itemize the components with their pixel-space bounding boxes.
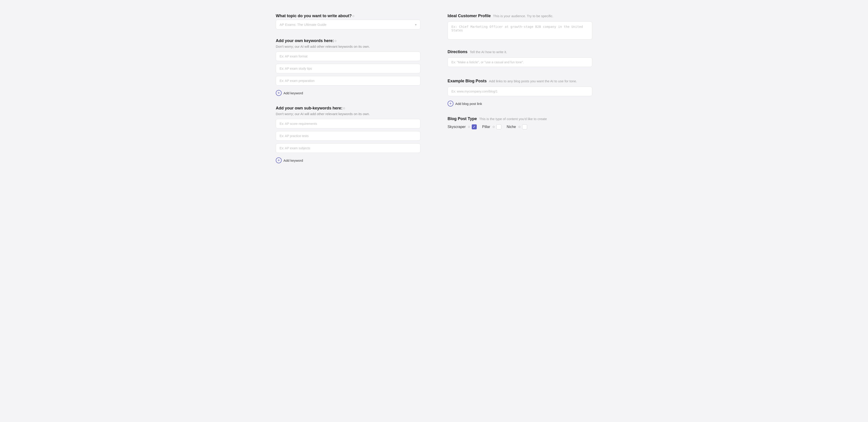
ideal-customer-title: Ideal Customer Profile	[447, 13, 491, 18]
niche-label: Niche	[507, 125, 516, 129]
example-posts-title: Example Blog Posts	[447, 79, 487, 84]
keywords-title: Add your own keywords here:	[276, 38, 421, 43]
blog-post-type-options: Skyscraper Pillar Niche	[447, 124, 592, 129]
blog-post-type-header: Blog Post Type This is the type of conte…	[447, 117, 592, 121]
add-sub-keyword-label: Add keyword	[283, 158, 303, 162]
add-keyword-label: Add keyword	[283, 91, 303, 95]
ideal-customer-input[interactable]	[447, 22, 592, 39]
ideal-customer-subtitle: This is your audience. Try to be specifi…	[493, 14, 553, 18]
plus-circle-icon: +	[276, 90, 282, 96]
add-sub-keyword-button[interactable]: + Add keyword	[276, 156, 303, 164]
ideal-customer-header: Ideal Customer Profile This is your audi…	[447, 13, 592, 18]
keywords-subtitle: Don't worry; our AI will add other relev…	[276, 44, 421, 49]
niche-option[interactable]: Niche	[507, 124, 527, 129]
example-posts-header: Example Blog Posts Add links to any blog…	[447, 79, 592, 84]
add-blog-post-button[interactable]: + Add blog post link	[447, 100, 482, 108]
plus-circle-icon-sub: +	[276, 157, 282, 163]
topic-info-dot	[352, 15, 354, 17]
blog-post-type-title: Blog Post Type	[447, 117, 477, 121]
skyscraper-option[interactable]: Skyscraper	[447, 124, 477, 129]
pillar-checkbox[interactable]	[496, 124, 501, 129]
sub-keyword-input-1[interactable]	[276, 119, 421, 128]
skyscraper-label: Skyscraper	[447, 125, 466, 129]
blog-post-link-input[interactable]	[447, 87, 592, 96]
keyword-input-2[interactable]	[276, 64, 421, 73]
sub-keywords-title: Add your own sub-keywords here:	[276, 106, 421, 111]
skyscraper-info-dot	[468, 126, 470, 128]
topic-dropdown-value: AP Exams: The Ultimate Guide	[280, 23, 327, 27]
add-blog-post-label: Add blog post link	[455, 102, 482, 106]
sub-keyword-input-2[interactable]	[276, 131, 421, 141]
blog-post-type-subtitle: This is the type of content you'd like t…	[479, 117, 547, 121]
chevron-down-icon: ▾	[415, 23, 416, 27]
skyscraper-checkbox[interactable]	[472, 124, 477, 129]
pillar-label: Pillar	[482, 125, 490, 129]
pillar-info-dot	[493, 126, 495, 128]
keyword-input-1[interactable]	[276, 52, 421, 61]
keywords-info-dot	[335, 40, 336, 42]
sub-keywords-info-dot	[343, 108, 345, 109]
add-keyword-button[interactable]: + Add keyword	[276, 89, 303, 97]
keyword-input-3[interactable]	[276, 76, 421, 86]
niche-checkbox[interactable]	[522, 124, 527, 129]
plus-circle-icon-blog: +	[447, 101, 454, 107]
example-posts-subtitle: Add links to any blog posts you want the…	[489, 79, 577, 83]
directions-title: Directions	[447, 50, 467, 54]
directions-subtitle: Tell the AI how to write it.	[470, 50, 507, 54]
niche-info-dot	[519, 126, 520, 128]
topic-title: What topic do you want to write about?	[276, 13, 421, 18]
sub-keywords-subtitle: Don't worry; our AI will add other relev…	[276, 112, 421, 116]
directions-header: Directions Tell the AI how to write it.	[447, 50, 592, 54]
directions-input[interactable]	[447, 57, 592, 67]
topic-dropdown[interactable]: AP Exams: The Ultimate Guide ▾	[276, 20, 421, 29]
sub-keyword-input-3[interactable]	[276, 143, 421, 153]
pillar-option[interactable]: Pillar	[482, 124, 501, 129]
